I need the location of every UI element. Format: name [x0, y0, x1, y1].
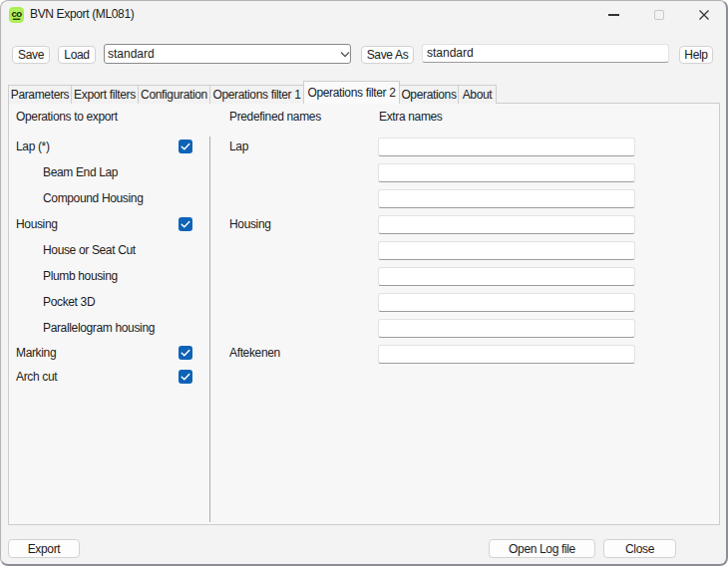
- svg-text:co: co: [11, 8, 22, 19]
